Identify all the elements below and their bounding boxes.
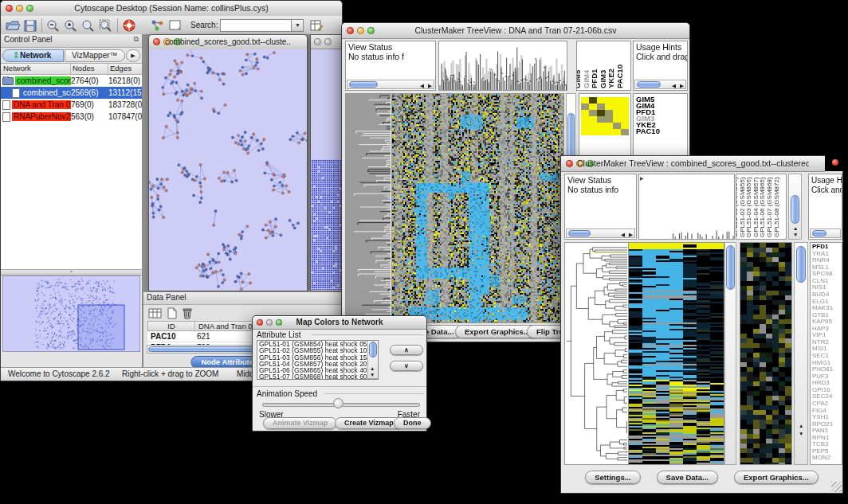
scrollbar-thumb[interactable] — [726, 245, 735, 290]
scrollbar-thumb[interactable] — [568, 230, 591, 236]
annotation-icon[interactable] — [167, 18, 183, 33]
expand-arrow-icon[interactable]: ▶ — [640, 175, 644, 181]
column-label[interactable]: YKE2 — [607, 68, 615, 88]
tab-network[interactable]: ⁑ Network — [2, 49, 64, 62]
treeview-button[interactable]: Settings... — [585, 471, 640, 484]
column-dendrogram[interactable]: ▶ — [638, 174, 735, 240]
attribute-browser-icon[interactable] — [308, 18, 324, 33]
column-header[interactable]: Edges — [108, 64, 142, 74]
network-list-item[interactable]: combined_scores_2764(0)16218(0) — [1, 75, 142, 87]
column-label[interactable]: PAC10 — [615, 64, 624, 88]
obscured-window-close-icon[interactable] — [832, 159, 838, 166]
dialog-titlebar[interactable]: Map Colors to Network — [253, 316, 426, 330]
animate-vizmap-button[interactable]: Animate Vizmap — [263, 417, 337, 429]
scroll-up-arrow-icon[interactable]: ▲ — [793, 225, 798, 231]
scroll-right-arrow-icon[interactable]: ▶ — [428, 83, 432, 88]
heatmap-main[interactable] — [628, 242, 724, 465]
network-view-titlebar[interactable]: combined_scores_good.txt--cluste... — [149, 35, 307, 50]
open-file-icon[interactable] — [5, 18, 21, 33]
close-icon[interactable] — [566, 160, 573, 167]
scrollbar-thumb[interactable] — [369, 342, 377, 357]
minimize-icon[interactable] — [324, 38, 332, 45]
column-label[interactable]: GPL51-07 (GSM868) — [766, 177, 773, 237]
scroll-up-arrow-icon[interactable]: ▲ — [370, 365, 375, 371]
close-icon[interactable] — [347, 27, 354, 34]
save-icon[interactable] — [22, 18, 38, 33]
speed-slider-thumb[interactable] — [333, 398, 344, 408]
scroll-down-arrow-icon[interactable]: ▼ — [370, 372, 375, 377]
row-dendrogram[interactable] — [564, 242, 628, 465]
done-button[interactable]: Done — [394, 417, 431, 429]
scrollbar-thumb[interactable] — [812, 230, 826, 236]
background-window-titlebar[interactable] — [311, 35, 343, 49]
network-list-item[interactable]: DNA and Tran 07769(0)183728(0) — [1, 99, 142, 111]
column-label[interactable]: GPL51-08 (GSM872) — [773, 177, 780, 237]
row-label[interactable]: PAC10 — [636, 128, 687, 135]
gene-label[interactable]: MON2 — [811, 455, 842, 462]
zoom-out-icon[interactable] — [45, 18, 61, 33]
heatmap-zoom-panel[interactable] — [740, 242, 792, 465]
network-list-item[interactable]: combined_sco2569(6)13112(15) — [1, 87, 142, 99]
scroll-up-arrow-icon[interactable]: ▲ — [799, 423, 803, 428]
column-label[interactable]: GIM3 — [599, 70, 607, 88]
column-header[interactable]: ID — [148, 322, 195, 330]
move-down-button[interactable]: ∨ — [390, 361, 423, 371]
zoom-selected-icon[interactable] — [98, 18, 114, 33]
select-attributes-icon[interactable] — [147, 307, 163, 319]
close-icon[interactable] — [314, 38, 321, 45]
scroll-left-arrow-icon[interactable]: ◀ — [672, 83, 676, 88]
splitter-handle[interactable]: ⬩ — [1, 269, 142, 275]
attribute-list-item[interactable]: GPL51-07 (GSM868) heat shock 60 min — [257, 373, 367, 380]
help-lifering-icon[interactable] — [121, 18, 137, 33]
scroll-right-arrow-icon[interactable]: ▶ — [629, 232, 633, 237]
dense-network-canvas[interactable] — [311, 159, 343, 290]
column-label[interactable]: GPL51-03 (GSM856) — [745, 177, 752, 237]
search-input[interactable] — [220, 19, 292, 32]
close-icon[interactable] — [257, 319, 263, 326]
network-canvas[interactable] — [149, 49, 307, 291]
heatmap-main[interactable] — [391, 93, 564, 323]
close-icon[interactable] — [153, 38, 160, 45]
search-dropdown-icon[interactable]: ▼ — [292, 19, 304, 32]
network-list-item[interactable]: RNAPuberNov2+563(0)107847(0) — [1, 111, 142, 123]
delete-attribute-icon[interactable] — [181, 307, 194, 319]
scroll-down-arrow-icon[interactable]: ▼ — [799, 431, 803, 436]
treeview2-title: ClusterMaker TreeView : combined_scores_… — [577, 158, 809, 168]
scrollbar-thumb[interactable] — [637, 81, 661, 88]
scrollbar-thumb[interactable] — [349, 81, 378, 88]
close-icon[interactable] — [6, 5, 13, 12]
column-header[interactable]: Network — [1, 64, 71, 74]
treeview1-titlebar[interactable]: ClusterMaker TreeView : DNA and Tran 07-… — [342, 23, 689, 39]
create-vizmap-button[interactable]: Create Vizmap — [335, 417, 403, 429]
column-label[interactable]: GIM5 — [576, 70, 582, 88]
gene-labels-panel: PFD1YRA1RNR4MSL1SPC98CLN1NIS1BUD4ELG1MAK… — [810, 242, 842, 465]
new-attribute-icon[interactable] — [166, 307, 179, 319]
column-header[interactable]: Nodes — [71, 64, 108, 74]
folder-icon — [2, 77, 14, 85]
zoom-fit-icon[interactable] — [80, 18, 96, 33]
scrollbar-thumb[interactable] — [796, 246, 806, 283]
column-label[interactable]: PFD1 — [590, 69, 599, 88]
scrollbar-thumb[interactable] — [791, 195, 799, 224]
treeview-button[interactable]: Save Data... — [657, 471, 718, 484]
status-hint-zoom: Right-click + drag to ZOOM — [122, 369, 218, 378]
resize-grip[interactable] — [831, 482, 842, 492]
vizmap-node-icon[interactable] — [150, 18, 166, 33]
cytoscape-titlebar[interactable]: Cytoscape Desktop (Session Name: collins… — [1, 1, 342, 17]
row-dendrogram[interactable] — [345, 93, 391, 323]
treeview-button[interactable]: Export Graphics... — [734, 471, 819, 484]
zoom-in-icon[interactable] — [63, 18, 79, 33]
treeview2-titlebar[interactable]: ClusterMaker TreeView : combined_scores_… — [561, 156, 825, 172]
move-up-button[interactable]: ∧ — [390, 345, 423, 355]
float-panel-icon[interactable]: ⧉ — [134, 35, 139, 44]
view-status-panel: View Status No status info ◀ ▶ — [564, 174, 637, 240]
column-label[interactable]: GIM4 — [582, 70, 591, 88]
column-dendrogram[interactable] — [438, 41, 567, 91]
birdseye-view[interactable] — [2, 275, 140, 352]
tab-overflow-icon[interactable]: ▶ — [126, 49, 140, 62]
scroll-right-arrow-icon[interactable]: ▶ — [680, 83, 684, 88]
scroll-left-arrow-icon[interactable]: ◀ — [621, 232, 625, 237]
scroll-down-arrow-icon[interactable]: ▼ — [793, 232, 798, 237]
scroll-left-arrow-icon[interactable]: ◀ — [420, 83, 424, 88]
tab-vizmapper[interactable]: VizMapper™ — [65, 49, 126, 62]
